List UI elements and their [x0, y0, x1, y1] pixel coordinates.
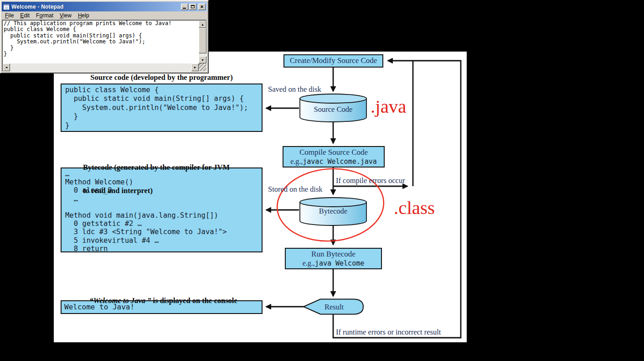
- notepad-text-line: // This application program prints Welco…: [4, 21, 198, 26]
- resize-grip[interactable]: [199, 63, 206, 71]
- source-code-line: System.out.println("Welcome to Java!");: [65, 104, 258, 112]
- notepad-title-bar[interactable]: Welcome - Notepad ×: [2, 2, 207, 11]
- saved-on-disk-label: Saved on the disk: [268, 85, 321, 94]
- notepad-text-line: public static void main(String[] args) {: [4, 33, 198, 39]
- compile-eg-prefix: e.g.,: [290, 157, 303, 166]
- compile-errors-label: If compile errors occur: [336, 176, 405, 185]
- minimize-icon: [183, 8, 186, 9]
- notepad-text-area[interactable]: // This application program prints Welco…: [3, 21, 199, 63]
- scroll-up-icon[interactable]: ▲: [199, 21, 206, 28]
- menu-item-format[interactable]: Format: [33, 12, 57, 19]
- menu-item-edit[interactable]: Edit: [17, 12, 33, 19]
- run-command: java Welcome: [315, 259, 364, 267]
- create-modify-source-box: Create/Modify Source Code: [283, 54, 383, 68]
- scroll-left-icon[interactable]: ◄: [3, 63, 10, 71]
- minimize-button[interactable]: [181, 4, 188, 10]
- run-eg-prefix: e.g.,: [303, 259, 315, 267]
- stored-on-disk-label: Stored on the disk: [268, 185, 323, 194]
- maximize-button[interactable]: [189, 4, 196, 10]
- notepad-menu-bar: File Edit Format View Help: [2, 11, 207, 20]
- runtime-errors-label: If runtime errors or incorrect result: [336, 328, 441, 337]
- source-cylinder-label: Source Code: [300, 105, 366, 114]
- notepad-text-line: }: [4, 51, 198, 57]
- horizontal-scrollbar[interactable]: ◄ ►: [3, 63, 199, 71]
- bytecode-line: 3 ldc #3 <String "Welcome to Java!">: [65, 228, 258, 236]
- compile-command: javac Welcome.java: [303, 157, 377, 166]
- result-label: Result: [310, 303, 358, 312]
- console-heading: “Welcome to Java ” is displayed on the c…: [61, 289, 263, 304]
- bytecode-line: 5 invokevirtual #4 …: [65, 236, 258, 245]
- notepad-icon: [3, 4, 10, 10]
- run-bytecode-box: Run Bytecode e.g., java Welcome: [285, 248, 382, 269]
- source-code-panel: public class Welcome { public static voi…: [61, 84, 263, 132]
- create-modify-source-label: Create/Modify Source Code: [290, 56, 377, 65]
- source-code-line: }: [65, 112, 258, 121]
- class-extension-label: .class: [394, 199, 435, 217]
- bytecode-line: [65, 203, 258, 211]
- vertical-scrollbar[interactable]: ▲ ▼: [199, 21, 206, 63]
- notepad-window: Welcome - Notepad × File Edit Format Vie…: [0, 0, 209, 73]
- notepad-client-area: // This application program prints Welco…: [2, 20, 207, 72]
- compile-source-box: Compile Source Code e.g., javac Welcome.…: [283, 146, 385, 167]
- run-bytecode-label: Run Bytecode: [311, 250, 355, 259]
- source-code-line: public static void main(String[] args) {: [65, 94, 258, 103]
- console-heading-quote: “Welcome to Java ”: [90, 296, 151, 305]
- console-heading-rest: is displayed on the console: [151, 296, 237, 305]
- bytecode-heading: Bytecode (generated by the compiler for …: [83, 148, 230, 202]
- close-button[interactable]: ×: [198, 4, 206, 10]
- source-code-line: public class Welcome {: [65, 86, 258, 94]
- bytecode-line: 8 return: [65, 245, 258, 253]
- source-code-line: }: [65, 121, 258, 130]
- scroll-right-icon[interactable]: ►: [191, 63, 199, 71]
- maximize-icon: [191, 5, 195, 8]
- java-extension-label: .java: [371, 97, 407, 116]
- compile-source-label: Compile Source Code: [299, 148, 368, 157]
- close-icon: ×: [200, 5, 203, 9]
- bytecode-line: 0 getstatic #2 …: [65, 220, 258, 228]
- notepad-text-line: }: [4, 45, 198, 51]
- scroll-down-icon[interactable]: ▼: [199, 56, 206, 63]
- source-code-heading: Source code (developed by the programmer…: [61, 73, 263, 81]
- bytecode-heading-line1: Bytecode (generated by the compiler for …: [83, 163, 230, 171]
- menu-item-file[interactable]: File: [2, 12, 17, 19]
- menu-item-help[interactable]: Help: [75, 12, 93, 19]
- notepad-title-text: Welcome - Notepad: [11, 4, 64, 10]
- notepad-text-line: System.out.println("Welcome to Java!");: [4, 39, 198, 45]
- bytecode-heading-line2: to read and interpret): [83, 187, 230, 194]
- menu-item-view[interactable]: View: [57, 12, 75, 19]
- bytecode-line: Method void main(java.lang.String[]): [65, 211, 258, 220]
- notepad-text-line: public class Welcome {: [4, 26, 198, 32]
- bytecode-cylinder-label: Bytecode: [300, 207, 366, 216]
- vertical-scroll-thumb[interactable]: [199, 28, 206, 53]
